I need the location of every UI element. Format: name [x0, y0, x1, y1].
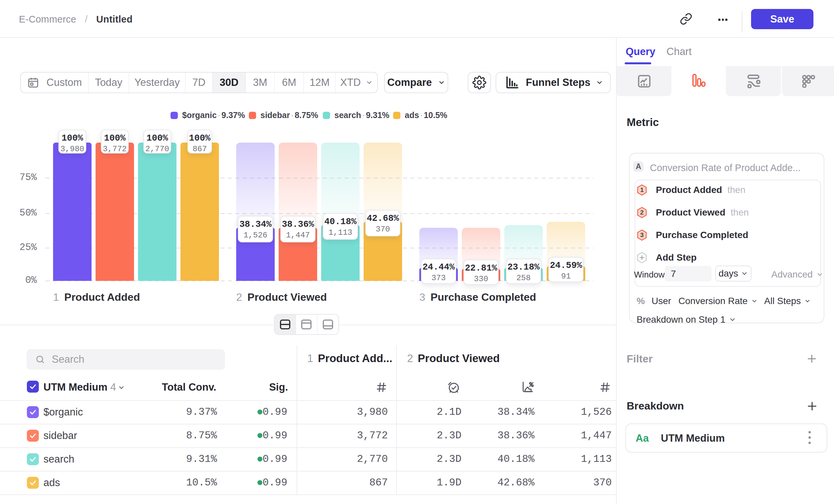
svg-text:2: 2: [640, 209, 644, 216]
svg-text:3: 3: [640, 231, 644, 238]
svg-text:1: 1: [640, 186, 644, 193]
